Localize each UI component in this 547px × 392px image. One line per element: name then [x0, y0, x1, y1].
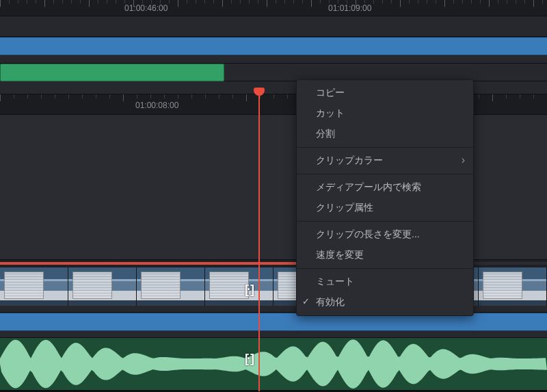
audio-clip-green[interactable]: [0, 64, 224, 81]
clip-thumbnail[interactable]: [137, 267, 205, 306]
menu-item[interactable]: クリップ属性: [297, 198, 473, 218]
menu-item-label: 有効化: [316, 296, 345, 307]
menu-item-label: ミュート: [316, 276, 354, 287]
menu-item-label: クリップカラー: [316, 155, 383, 166]
menu-item[interactable]: コピー: [297, 83, 473, 103]
clip-thumbnail[interactable]: [68, 267, 137, 306]
menu-item[interactable]: 分割: [297, 124, 473, 144]
menu-item-label: コピー: [316, 87, 345, 98]
timeline-gap: [0, 55, 547, 64]
check-icon: ✓: [302, 296, 310, 306]
menu-item-label: クリップの長さを変更...: [316, 228, 420, 239]
ruler-timecode: 01:01:09:00: [328, 3, 371, 13]
clip-thumbnail[interactable]: [0, 267, 68, 306]
menu-item-label: クリップ属性: [316, 202, 373, 213]
timeline-gap: [0, 16, 547, 37]
upper-time-ruler[interactable]: 01:00:46:00 01:01:09:00: [0, 0, 547, 16]
menu-item[interactable]: クリップカラー: [297, 151, 473, 171]
audio-waveform-track[interactable]: [0, 338, 547, 390]
menu-item[interactable]: ミュート: [297, 272, 473, 292]
trim-handle-icon[interactable]: [·]: [245, 283, 252, 297]
menu-item[interactable]: カット: [297, 103, 473, 124]
menu-separator: [297, 174, 473, 174]
clip-context-menu: コピーカット分割クリップカラーメディアプール内で検索クリップ属性クリップの長さを…: [296, 79, 474, 316]
clip-thumbnail[interactable]: [205, 267, 274, 306]
ruler-timecode: 01:00:46:00: [124, 3, 168, 13]
video-track-header-blue[interactable]: [0, 37, 547, 55]
menu-item[interactable]: 速度を変更: [297, 245, 473, 265]
menu-item-label: メディアプール内で検索: [316, 181, 421, 192]
menu-separator: [297, 221, 473, 222]
menu-item-label: カット: [316, 107, 345, 118]
menu-item[interactable]: メディアプール内で検索: [297, 177, 473, 198]
trim-handle-icon[interactable]: [·]: [245, 352, 252, 366]
menu-item[interactable]: クリップの長さを変更...: [297, 224, 473, 245]
menu-separator: [297, 147, 473, 148]
menu-item-label: 分割: [316, 128, 335, 139]
menu-separator: [297, 268, 473, 269]
clip-thumbnail[interactable]: [479, 267, 547, 306]
menu-item[interactable]: ✓有効化: [297, 292, 473, 313]
menu-item-label: 速度を変更: [316, 249, 364, 260]
timeline-gap: [0, 331, 547, 338]
ruler-timecode: 01:00:08:00: [135, 101, 178, 110]
playhead[interactable]: [258, 94, 260, 391]
